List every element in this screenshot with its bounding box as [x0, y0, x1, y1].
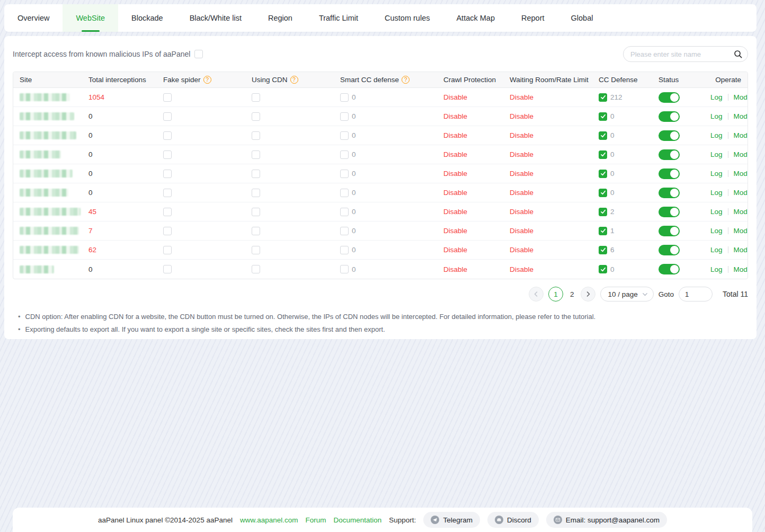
crawl-protection-state[interactable]: Disable: [443, 246, 467, 254]
tab-global[interactable]: Global: [558, 4, 607, 32]
fake-spider-checkbox[interactable]: [163, 112, 172, 121]
modify-link[interactable]: Modify: [734, 112, 748, 120]
log-link[interactable]: Log: [710, 246, 723, 254]
modify-link[interactable]: Modify: [734, 208, 748, 216]
using-cdn-checkbox[interactable]: [252, 246, 260, 254]
prev-page-button[interactable]: [529, 287, 544, 302]
status-toggle[interactable]: [659, 111, 680, 122]
help-icon[interactable]: ?: [203, 76, 211, 84]
waiting-room-state[interactable]: Disable: [510, 246, 533, 254]
footer-link-forum[interactable]: Forum: [306, 516, 326, 524]
next-page-button[interactable]: [581, 287, 595, 302]
log-link[interactable]: Log: [710, 112, 723, 120]
waiting-room-state[interactable]: Disable: [510, 208, 533, 216]
log-link[interactable]: Log: [710, 189, 723, 197]
waiting-room-state[interactable]: Disable: [510, 131, 533, 139]
fake-spider-checkbox[interactable]: [163, 93, 172, 102]
modify-link[interactable]: Modify: [734, 93, 748, 101]
tab-black-white-list[interactable]: Black/White list: [176, 4, 255, 32]
email-button[interactable]: Email: support@aapanel.com: [546, 512, 667, 528]
smart-cc-checkbox[interactable]: [340, 189, 349, 197]
using-cdn-checkbox[interactable]: [252, 150, 260, 159]
log-link[interactable]: Log: [710, 131, 723, 139]
using-cdn-checkbox[interactable]: [252, 189, 260, 197]
smart-cc-checkbox[interactable]: [340, 150, 349, 159]
waiting-room-state[interactable]: Disable: [510, 265, 533, 273]
cc-defense-checkbox[interactable]: [599, 227, 607, 235]
cc-defense-checkbox[interactable]: [599, 170, 607, 178]
crawl-protection-state[interactable]: Disable: [443, 93, 467, 101]
tab-report[interactable]: Report: [508, 4, 558, 32]
cc-defense-checkbox[interactable]: [599, 189, 607, 197]
fake-spider-checkbox[interactable]: [163, 208, 172, 216]
cc-defense-checkbox[interactable]: [599, 131, 607, 140]
log-link[interactable]: Log: [710, 227, 723, 235]
smart-cc-checkbox[interactable]: [340, 131, 349, 140]
waiting-room-state[interactable]: Disable: [510, 112, 533, 120]
status-toggle[interactable]: [659, 207, 680, 217]
smart-cc-checkbox[interactable]: [340, 93, 349, 102]
cc-defense-checkbox[interactable]: [599, 150, 607, 159]
using-cdn-checkbox[interactable]: [252, 265, 260, 273]
cc-defense-checkbox[interactable]: [599, 246, 607, 254]
cc-defense-checkbox[interactable]: [599, 265, 607, 273]
smart-cc-checkbox[interactable]: [340, 227, 349, 235]
discord-button[interactable]: Discord: [487, 512, 539, 528]
log-link[interactable]: Log: [710, 208, 723, 216]
page-size-select[interactable]: 10 / page: [600, 287, 653, 302]
status-toggle[interactable]: [659, 245, 680, 255]
fake-spider-checkbox[interactable]: [163, 265, 172, 273]
tab-attack-map[interactable]: Attack Map: [443, 4, 508, 32]
status-toggle[interactable]: [659, 169, 680, 179]
waiting-room-state[interactable]: Disable: [510, 227, 533, 235]
cc-defense-checkbox[interactable]: [599, 208, 607, 216]
fake-spider-checkbox[interactable]: [163, 189, 172, 197]
modify-link[interactable]: Modify: [734, 227, 748, 235]
help-icon[interactable]: ?: [402, 76, 410, 84]
waiting-room-state[interactable]: Disable: [510, 93, 533, 101]
crawl-protection-state[interactable]: Disable: [443, 265, 467, 273]
crawl-protection-state[interactable]: Disable: [443, 150, 467, 158]
modify-link[interactable]: Modify: [734, 170, 748, 178]
footer-link-documentation[interactable]: Documentation: [334, 516, 382, 524]
status-toggle[interactable]: [659, 149, 680, 160]
tab-blockade[interactable]: Blockade: [118, 4, 176, 32]
fake-spider-checkbox[interactable]: [163, 170, 172, 178]
help-icon[interactable]: ?: [290, 76, 298, 84]
status-toggle[interactable]: [659, 264, 680, 274]
status-toggle[interactable]: [659, 130, 680, 141]
smart-cc-checkbox[interactable]: [340, 112, 349, 121]
modify-link[interactable]: Modify: [734, 131, 748, 139]
cc-defense-checkbox[interactable]: [599, 93, 607, 102]
goto-page-input[interactable]: [679, 287, 713, 302]
fake-spider-checkbox[interactable]: [163, 246, 172, 254]
log-link[interactable]: Log: [710, 265, 723, 273]
page-button-current[interactable]: 1: [548, 287, 563, 302]
modify-link[interactable]: Modify: [734, 265, 748, 273]
search-input[interactable]: [623, 46, 748, 62]
crawl-protection-state[interactable]: Disable: [443, 170, 467, 178]
crawl-protection-state[interactable]: Disable: [443, 112, 467, 120]
crawl-protection-state[interactable]: Disable: [443, 208, 467, 216]
tab-overview[interactable]: Overview: [4, 4, 63, 32]
footer-link-website[interactable]: www.aapanel.com: [240, 516, 298, 524]
using-cdn-checkbox[interactable]: [252, 112, 260, 121]
status-toggle[interactable]: [659, 226, 680, 236]
using-cdn-checkbox[interactable]: [252, 93, 260, 102]
fake-spider-checkbox[interactable]: [163, 227, 172, 235]
log-link[interactable]: Log: [710, 93, 723, 101]
smart-cc-checkbox[interactable]: [340, 170, 349, 178]
modify-link[interactable]: Modify: [734, 246, 748, 254]
fake-spider-checkbox[interactable]: [163, 150, 172, 159]
tab-custom-rules[interactable]: Custom rules: [371, 4, 443, 32]
modify-link[interactable]: Modify: [734, 189, 748, 197]
fake-spider-checkbox[interactable]: [163, 131, 172, 140]
cc-defense-checkbox[interactable]: [599, 112, 607, 121]
search-icon[interactable]: [734, 50, 742, 60]
using-cdn-checkbox[interactable]: [252, 208, 260, 216]
modify-link[interactable]: Modify: [734, 150, 748, 158]
using-cdn-checkbox[interactable]: [252, 227, 260, 235]
telegram-button[interactable]: Telegram: [423, 512, 480, 528]
waiting-room-state[interactable]: Disable: [510, 170, 533, 178]
using-cdn-checkbox[interactable]: [252, 131, 260, 140]
